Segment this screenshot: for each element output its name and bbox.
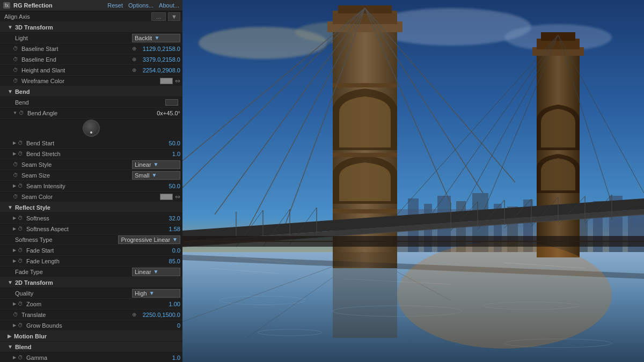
bend-label: Bend	[13, 99, 165, 106]
clock-icon-soft: ⏱	[18, 215, 23, 221]
clock-icon-hs: ⏱	[13, 67, 18, 73]
dial-indicator	[90, 131, 92, 134]
bend-start-label: Bend Start	[24, 140, 137, 146]
wireframe-color-label: Wireframe Color	[19, 78, 160, 84]
bend-start-value[interactable]: 50.0	[137, 140, 180, 146]
grow-bounds-value[interactable]: 0	[137, 322, 180, 329]
svg-rect-32	[333, 153, 397, 157]
row-fade-type: Fade Type Linear ▼	[0, 267, 182, 277]
baseline-end-label: Baseline End	[19, 56, 131, 63]
section-blend[interactable]: ▼ Blend	[0, 342, 182, 352]
quality-dropdown[interactable]: High ▼	[132, 289, 180, 298]
fade-start-label: Fade Start	[24, 247, 137, 254]
collapse-arrow-2d: ▼	[8, 279, 13, 285]
section-bend[interactable]: ▼ Bend	[0, 86, 182, 97]
section-2d-label: 2D Transform	[15, 279, 53, 286]
seam-size-dropdown[interactable]: Small ▼	[132, 171, 180, 180]
align-axis-label: Align Axis	[2, 13, 151, 20]
wireframe-link-arrow: ⇔	[175, 77, 180, 85]
zoom-value[interactable]: 1.00	[137, 301, 180, 307]
light-label: Light	[13, 35, 132, 41]
height-slant-value[interactable]: 2254.0,2908.0	[137, 67, 180, 73]
row-wireframe-color: ⏱ Wireframe Color ⇔	[0, 76, 182, 86]
seam-size-value: Small	[135, 172, 150, 179]
clock-icon-be: ⏱	[13, 56, 18, 62]
wireframe-color-swatch[interactable]	[160, 78, 173, 84]
arrow-tri-fs: ▶	[13, 248, 16, 253]
row-seam-size: ⏱ Seam Size Small ▼	[0, 170, 182, 181]
quality-dd-arrow: ▼	[149, 290, 155, 296]
arrow-tri-gb: ▶	[13, 323, 16, 328]
dots-button[interactable]: ...	[151, 12, 166, 21]
right-panel	[182, 0, 644, 362]
arrow-tri-si: ▶	[13, 183, 16, 188]
svg-point-82	[397, 241, 612, 349]
section-bend-label: Bend	[15, 88, 30, 95]
row-baseline-start: ⏱ Baseline Start ⊕ 1129.0,2158.0	[0, 43, 182, 54]
light-dropdown[interactable]: Backlit ▼	[132, 34, 180, 42]
softness-type-value: Progressive Linear	[121, 237, 170, 243]
row-translate: ⏱ Translate ⊕ 2250.0,1500.0	[0, 309, 182, 320]
translate-value[interactable]: 2250.0,1500.0	[137, 312, 180, 318]
arrow-tri-fl: ▶	[13, 258, 16, 263]
softness-aspect-value[interactable]: 1.58	[137, 226, 180, 232]
clock-icon-bst: ⏱	[18, 140, 23, 146]
reset-button[interactable]: Reset	[107, 2, 123, 9]
seam-color-swatch[interactable]	[160, 194, 173, 200]
arrow-tri-bst: ▶	[13, 141, 16, 145]
quality-label: Quality	[13, 290, 132, 297]
dial-container	[0, 119, 182, 138]
section-blend-label: Blend	[15, 344, 32, 350]
softness-type-dropdown[interactable]: Progressive Linear ▼	[118, 235, 180, 244]
left-panel: fx RG Reflection Reset Options... About.…	[0, 0, 182, 362]
title-actions: Reset Options... About...	[107, 2, 179, 9]
row-baseline-end: ⏱ Baseline End ⊕ 3379.0,2158.0	[0, 54, 182, 65]
bend-angle-dial[interactable]	[83, 120, 100, 137]
seam-intensity-value[interactable]: 50.0	[137, 183, 180, 189]
seam-style-dropdown[interactable]: Linear ▼	[132, 160, 180, 169]
fade-type-dropdown[interactable]: Linear ▼	[132, 268, 180, 276]
about-button[interactable]: About...	[159, 2, 179, 9]
arrow-tri-zoom: ▶	[13, 301, 16, 306]
baseline-start-label: Baseline Start	[19, 46, 131, 52]
clock-icon-sc: ⏱	[13, 194, 18, 200]
fade-length-value[interactable]: 85.0	[137, 258, 180, 264]
chevron-button[interactable]: ▼	[168, 12, 180, 21]
bend-color-swatch[interactable]	[165, 99, 178, 106]
seam-style-value: Linear	[135, 161, 151, 168]
baseline-end-value[interactable]: 3379.0,2158.0	[137, 56, 180, 63]
bend-angle-value[interactable]: 0x+45.0°	[137, 110, 180, 116]
bend-stretch-value[interactable]: 1.0	[137, 151, 180, 157]
collapse-arrow-bend: ▼	[8, 88, 13, 94]
fade-start-value[interactable]: 0.0	[137, 247, 180, 254]
softness-value[interactable]: 32.0	[137, 215, 180, 221]
section-3d-transform[interactable]: ▼ 3D Transform	[0, 22, 182, 33]
row-zoom: ▶ ⏱ Zoom 1.00	[0, 299, 182, 309]
fade-type-value: Linear	[135, 269, 151, 275]
row-grow-bounds: ▶ ⏱ Grow Bounds 0	[0, 320, 182, 331]
seam-size-label: Seam Size	[19, 172, 132, 179]
section-2d-transform[interactable]: ▼ 2D Transform	[0, 277, 182, 288]
softness-type-label: Softness Type	[13, 237, 118, 243]
seam-style-dd-arrow: ▼	[153, 161, 159, 167]
row-height-slant: ⏱ Height and Slant ⊕ 2254.0,2908.0	[0, 65, 182, 76]
panel-title: RG Reflection	[13, 2, 105, 9]
clock-icon-wc: ⏱	[13, 78, 18, 84]
collapse-arrow-3d: ▼	[8, 24, 13, 30]
baseline-start-value[interactable]: 1129.0,2158.0	[137, 46, 180, 52]
arrow-tri-ba: ▼	[13, 110, 17, 115]
link-icon-tr: ⊕	[132, 312, 136, 317]
link-icon-be: ⊕	[132, 56, 136, 62]
clock-icon-fs: ⏱	[18, 247, 23, 253]
row-quality: Quality High ▼	[0, 288, 182, 299]
section-motion-blur[interactable]: ▶ Motion Blur	[0, 331, 182, 342]
light-value: Backlit	[135, 35, 152, 41]
seam-size-dd-arrow: ▼	[152, 172, 157, 178]
clock-icon-gb: ⏱	[18, 322, 23, 328]
arrow-tri-soft: ▶	[13, 216, 16, 220]
gamma-value[interactable]: 1.0	[137, 354, 180, 361]
section-reflect-style[interactable]: ▼ Reflect Style	[0, 202, 182, 213]
options-button[interactable]: Options...	[128, 2, 153, 9]
seam-color-label: Seam Color	[19, 194, 160, 200]
row-gamma: ▶ ⏱ Gamma 1.0	[0, 352, 182, 362]
